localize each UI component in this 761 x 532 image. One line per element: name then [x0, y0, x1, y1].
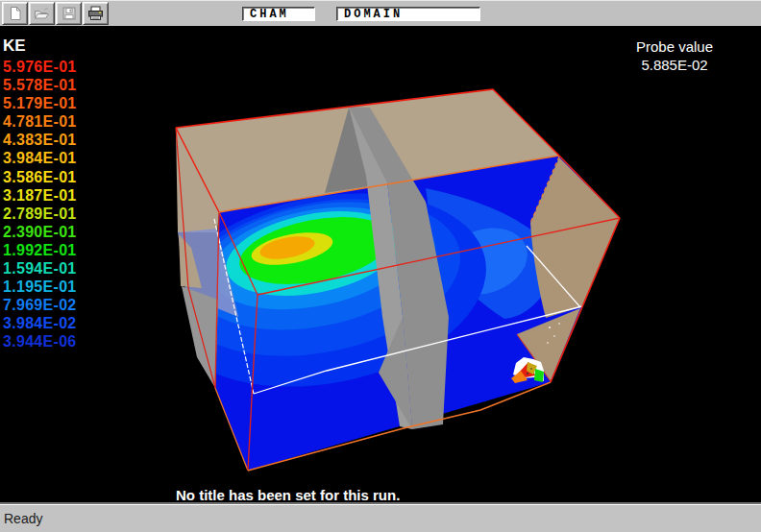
3d-viewport[interactable]: [0, 26, 761, 504]
probe-label: Probe value: [612, 37, 737, 56]
plotted-variable-label: KE: [3, 36, 26, 56]
save-button[interactable]: [56, 2, 82, 25]
legend-entry: 2.789E-01: [3, 205, 77, 223]
legend-entry: 3.984E-01: [3, 149, 77, 167]
legend-entry: 5.179E-01: [3, 94, 77, 112]
legend-entry: 5.578E-01: [3, 76, 77, 94]
legend-entry: 3.984E-02: [3, 314, 77, 332]
legend-entry: 2.390E-01: [3, 223, 77, 241]
cham-field[interactable]: [242, 7, 315, 21]
run-title: No title has been set for this run.: [176, 487, 400, 503]
probe-readout: Probe value 5.885E-02: [612, 37, 737, 74]
status-text: Ready: [4, 511, 42, 526]
domain-field[interactable]: [336, 7, 480, 21]
printer-icon: [87, 6, 104, 21]
status-bar: Ready: [0, 504, 761, 532]
open-folder-icon: [34, 6, 50, 21]
open-file-button[interactable]: [29, 2, 55, 25]
probe-value: 5.885E-02: [612, 56, 737, 74]
new-document-icon: [8, 6, 23, 21]
print-button[interactable]: [83, 2, 109, 25]
legend-entry: 1.992E-01: [3, 241, 77, 259]
legend-entry: 3.944E-06: [3, 332, 77, 351]
legend-entry: 1.594E-01: [3, 259, 77, 278]
legend-entry: 3.586E-01: [3, 168, 77, 186]
domain-scene-svg: [0, 26, 761, 504]
legend-entry: 1.195E-01: [3, 278, 77, 296]
legend-entry: 5.976E-01: [3, 58, 77, 76]
save-floppy-icon: [61, 6, 77, 21]
toolbar: [0, 0, 761, 26]
new-document-button[interactable]: [2, 2, 28, 25]
legend-entry: 4.383E-01: [3, 131, 77, 149]
legend-entry: 7.969E-02: [3, 296, 77, 314]
legend-entry: 4.781E-01: [3, 112, 77, 131]
legend-list: 5.976E-015.578E-015.179E-014.781E-014.38…: [3, 58, 77, 351]
legend-entry: 3.187E-01: [3, 186, 77, 205]
